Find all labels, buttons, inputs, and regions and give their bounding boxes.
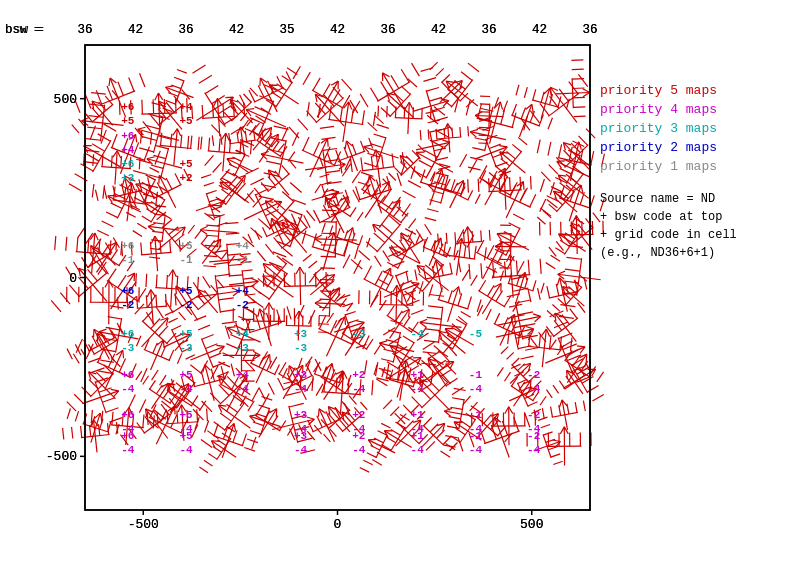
legend-items: priority 5 mapspriority 4 mapspriority 3… xyxy=(600,83,775,174)
legend-item-0: priority 5 maps xyxy=(600,83,775,98)
legend-panel: priority 5 mapspriority 4 mapspriority 3… xyxy=(600,75,775,262)
main-container: priority 5 mapspriority 4 mapspriority 3… xyxy=(0,0,787,564)
legend-item-1: priority 4 maps xyxy=(600,102,775,117)
legend-item-2: priority 3 maps xyxy=(600,121,775,136)
legend-item-3: priority 2 maps xyxy=(600,140,775,155)
legend-item-4: priority 1 maps xyxy=(600,159,775,174)
legend-footer: Source name = ND + bsw code at top + gri… xyxy=(600,190,775,262)
